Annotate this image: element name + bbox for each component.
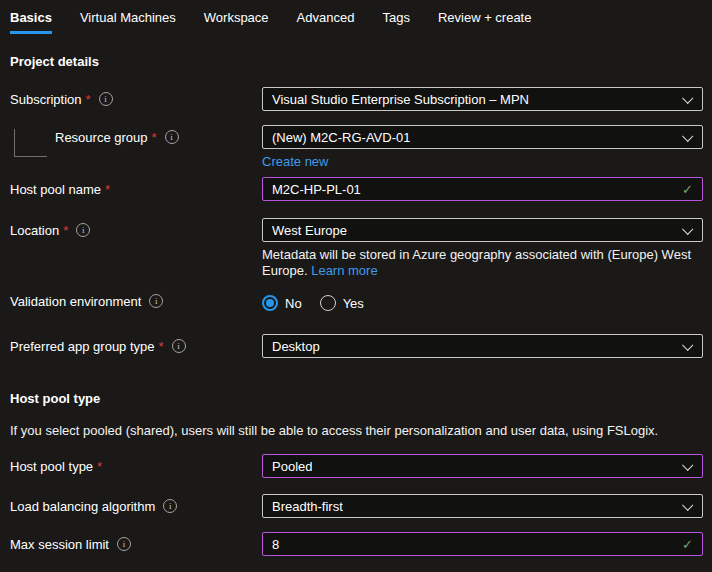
tab-workspace[interactable]: Workspace: [204, 10, 269, 34]
preferred-app-group-type-dropdown[interactable]: Desktop: [262, 334, 703, 358]
radio-circle: [262, 295, 278, 311]
subscription-dropdown[interactable]: Visual Studio Enterprise Subscription – …: [262, 87, 703, 111]
load-balancing-algorithm-label: Load balancing algorithm i: [10, 494, 262, 518]
info-icon[interactable]: i: [99, 92, 113, 106]
info-icon[interactable]: i: [163, 499, 177, 513]
max-session-limit-input[interactable]: [272, 537, 674, 552]
chevron-down-icon: [682, 500, 693, 511]
resource-group-label: Resource group * i: [10, 125, 262, 149]
load-balancing-algorithm-value: Breadth-first: [272, 499, 343, 514]
required-marker: *: [63, 223, 68, 238]
required-marker: *: [105, 182, 110, 197]
chevron-down-icon: [682, 93, 693, 104]
required-marker: *: [152, 130, 157, 145]
subscription-label-text: Subscription: [10, 92, 82, 107]
field-row-validation-environment: Validation environment i No Yes: [10, 291, 703, 313]
resource-group-dropdown[interactable]: (New) M2C-RG-AVD-01: [262, 125, 703, 149]
resource-group-value: (New) M2C-RG-AVD-01: [272, 130, 410, 145]
field-row-host-pool-name: Host pool name * ✓: [10, 177, 703, 201]
max-session-limit-input-box: ✓: [262, 532, 703, 556]
location-label-text: Location: [10, 223, 59, 238]
valid-check-icon: ✓: [682, 537, 693, 552]
radio-yes-label: Yes: [343, 296, 364, 311]
host-pool-type-value: Pooled: [272, 459, 312, 474]
project-details-heading: Project details: [10, 54, 703, 69]
validation-environment-label: Validation environment i: [10, 291, 262, 311]
radio-no-label: No: [285, 296, 302, 311]
chevron-down-icon: [682, 224, 693, 235]
validation-environment-radio-group: No Yes: [262, 293, 703, 313]
tab-basics[interactable]: Basics: [10, 10, 52, 34]
host-pool-type-description: If you select pooled (shared), users wil…: [10, 423, 703, 438]
preferred-app-group-type-value: Desktop: [272, 339, 320, 354]
host-pool-type-dropdown[interactable]: Pooled: [262, 454, 703, 478]
chevron-down-icon: [682, 131, 693, 142]
subscription-value: Visual Studio Enterprise Subscription – …: [272, 92, 529, 107]
info-icon[interactable]: i: [165, 130, 179, 144]
field-row-host-pool-type: Host pool type * Pooled: [10, 454, 703, 478]
field-row-subscription: Subscription * i Visual Studio Enterpris…: [10, 87, 703, 111]
info-icon[interactable]: i: [172, 339, 186, 353]
host-pool-name-input-box: ✓: [262, 177, 703, 201]
host-pool-type-label: Host pool type *: [10, 454, 262, 478]
field-row-max-session-limit: Max session limit i ✓: [10, 532, 703, 556]
info-icon[interactable]: i: [76, 223, 90, 237]
create-new-resource-group-link[interactable]: Create new: [262, 154, 328, 169]
max-session-limit-label-text: Max session limit: [10, 537, 109, 552]
info-icon[interactable]: i: [149, 294, 163, 308]
location-help-text: Metadata will be stored in Azure geograp…: [262, 247, 703, 279]
tab-review-create[interactable]: Review + create: [438, 10, 532, 34]
create-host-pool-page: Basics Virtual Machines Workspace Advanc…: [0, 0, 712, 572]
wizard-tab-bar: Basics Virtual Machines Workspace Advanc…: [0, 0, 712, 34]
valid-check-icon: ✓: [682, 182, 693, 197]
host-pool-type-heading: Host pool type: [10, 391, 703, 406]
tab-advanced[interactable]: Advanced: [297, 10, 355, 34]
info-icon[interactable]: i: [117, 537, 131, 551]
preferred-app-group-type-label: Preferred app group type * i: [10, 334, 262, 358]
learn-more-link[interactable]: Learn more: [311, 263, 377, 278]
tab-virtual-machines[interactable]: Virtual Machines: [80, 10, 176, 34]
tab-tags[interactable]: Tags: [382, 10, 409, 34]
field-row-preferred-app-group-type: Preferred app group type * i Desktop: [10, 334, 703, 358]
load-balancing-algorithm-dropdown[interactable]: Breadth-first: [262, 494, 703, 518]
load-balancing-algorithm-label-text: Load balancing algorithm: [10, 499, 155, 514]
location-label: Location * i: [10, 218, 262, 242]
basics-tab-content: Project details Subscription * i Visual …: [0, 54, 712, 556]
radio-circle: [320, 295, 336, 311]
field-row-load-balancing-algorithm: Load balancing algorithm i Breadth-first: [10, 494, 703, 518]
host-pool-type-label-text: Host pool type: [10, 459, 93, 474]
chevron-down-icon: [682, 340, 693, 351]
field-row-location: Location * i West Europe Metadata will b…: [10, 218, 703, 279]
validation-environment-label-text: Validation environment: [10, 294, 141, 309]
location-value: West Europe: [272, 223, 347, 238]
radio-no[interactable]: No: [262, 295, 302, 311]
subscription-label: Subscription * i: [10, 87, 262, 111]
host-pool-name-input[interactable]: [272, 182, 674, 197]
location-dropdown[interactable]: West Europe: [262, 218, 703, 242]
field-row-resource-group: Resource group * i (New) M2C-RG-AVD-01 C…: [10, 125, 703, 169]
chevron-down-icon: [682, 460, 693, 471]
max-session-limit-label: Max session limit i: [10, 532, 262, 556]
host-pool-name-label: Host pool name *: [10, 177, 262, 201]
radio-dot: [266, 299, 274, 307]
resource-group-label-text: Resource group: [55, 130, 148, 145]
required-marker: *: [159, 339, 164, 354]
preferred-app-group-type-label-text: Preferred app group type: [10, 339, 155, 354]
radio-yes[interactable]: Yes: [320, 295, 364, 311]
required-marker: *: [97, 459, 102, 474]
subscription-resource-group-connector: [14, 129, 47, 157]
host-pool-name-label-text: Host pool name: [10, 182, 101, 197]
required-marker: *: [86, 92, 91, 107]
